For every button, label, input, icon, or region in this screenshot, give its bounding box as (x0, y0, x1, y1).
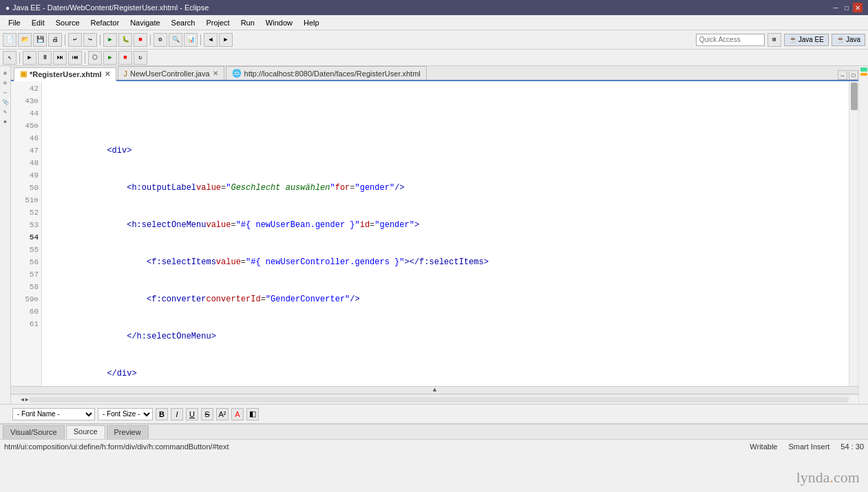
toolbar-btn-e[interactable]: ▶ (219, 33, 233, 47)
code-line-42 (47, 107, 849, 120)
sidebar-icon-5[interactable]: ✎ (1, 107, 10, 116)
status-position: 54 : 30 (840, 442, 864, 451)
italic-button[interactable]: I (171, 408, 183, 420)
editor-scrollbar-vertical[interactable] (849, 81, 858, 386)
line-num-44: 44 (11, 107, 39, 120)
menu-bar: File Edit Source Refactor Navigate Searc… (0, 15, 868, 30)
server-run-btn[interactable]: ▶ (103, 51, 117, 65)
toolbar-btn-d[interactable]: ◀ (204, 33, 218, 47)
text-color-button[interactable]: A (231, 408, 244, 420)
java-ee-perspective-button[interactable]: ☕ Java EE (784, 34, 829, 46)
quick-access-input[interactable] (696, 34, 765, 46)
pause-btn[interactable]: ⏸ (38, 51, 52, 65)
code-content[interactable]: <div> <h:outputLabel value="Geschlecht a… (42, 81, 849, 386)
menu-edit[interactable]: Edit (26, 17, 50, 28)
scroll-right-arrow[interactable]: ▶ (25, 396, 29, 403)
btab-visual-source[interactable]: Visual/Source (3, 425, 65, 439)
menu-window[interactable]: Window (260, 17, 298, 28)
server-stop-btn[interactable]: ■ (118, 51, 132, 65)
editor-minimize-btn[interactable]: — (838, 70, 847, 80)
line-num-54: 54 (11, 231, 39, 244)
perspective-list-button[interactable]: ⊞ (768, 33, 781, 47)
strikethrough-button[interactable]: S (201, 408, 213, 420)
code-line-48: </h:selectOneMenu> (47, 330, 849, 343)
menu-file[interactable]: File (3, 17, 26, 28)
toolbar-btn-b[interactable]: 🔍 (169, 33, 182, 47)
server-restart-btn[interactable]: ↻ (134, 51, 147, 65)
run-button[interactable]: ▶ (103, 33, 117, 47)
java-icon: ☕ (836, 36, 845, 43)
scroll-left-arrow[interactable]: ◀ (21, 396, 24, 403)
undo-button[interactable]: ↩ (68, 33, 82, 47)
maximize-button[interactable]: □ (842, 3, 851, 12)
open-button[interactable]: 📂 (18, 33, 32, 47)
menu-search[interactable]: Search (166, 17, 201, 28)
h-scroll-track[interactable] (29, 397, 849, 403)
tab-new-user-controller[interactable]: J NewUserController.java ✕ (118, 66, 224, 80)
status-path: html/ui:composition/ui:define/h:form/div… (4, 442, 750, 451)
status-right: Writable Smart Insert 54 : 30 (750, 442, 864, 451)
scroll-thumb[interactable] (851, 83, 858, 110)
line-num-53: 53 (11, 219, 39, 231)
toolbar-sep-4 (200, 34, 201, 45)
debug-button[interactable]: 🐛 (118, 33, 132, 47)
new-button[interactable]: 📄 (3, 33, 17, 47)
line-num-60: 60 (11, 306, 39, 318)
font-name-select[interactable]: - Font Name - (12, 408, 95, 420)
menu-help[interactable]: Help (298, 17, 325, 28)
code-line-45: <h:selectOneMenu value="#{ newUserBean.g… (47, 219, 849, 231)
line-num-56: 56 (11, 256, 39, 268)
editor-scrollbar-horizontal[interactable]: ◀ ▶ (11, 394, 858, 404)
toolbar-btn-a[interactable]: ⚙ (154, 33, 167, 47)
menu-refactor[interactable]: Refactor (85, 17, 125, 28)
close-button[interactable]: ✕ (853, 3, 862, 12)
java-ee-icon: ☕ (789, 36, 797, 43)
btab-source[interactable]: Source (66, 425, 105, 439)
menu-project[interactable]: Project (200, 17, 235, 28)
java-perspective-button[interactable]: ☕ Java (832, 34, 865, 46)
collapse-bar[interactable]: ▲ (11, 386, 858, 394)
line-num-50: 50 (11, 182, 39, 194)
status-insert-mode: Smart Insert (788, 442, 829, 451)
cursor-tool[interactable]: ↖ (3, 51, 17, 65)
step-btn[interactable]: ⏭ (53, 51, 67, 65)
title-bar-left: ● Java EE - Daten/WebContent/RegisterUse… (6, 3, 209, 12)
menu-navigate[interactable]: Navigate (125, 17, 165, 28)
sidebar-icon-2[interactable]: ⊖ (1, 78, 10, 87)
sidebar-icon-1[interactable]: ⊕ (1, 69, 10, 77)
code-line-46: <f:selectItems value="#{ newUserControll… (47, 256, 849, 268)
underline-button[interactable]: U (186, 408, 198, 420)
line-num-57: 57 (11, 268, 39, 281)
back-btn[interactable]: ⏮ (68, 51, 82, 65)
tab-icon-xhtml: ▣ (20, 69, 27, 78)
server-btn[interactable]: ⬡ (88, 51, 102, 65)
menu-run[interactable]: Run (235, 17, 260, 28)
editor-maximize-btn[interactable]: □ (849, 70, 858, 80)
tab-close-register-user[interactable]: ✕ (105, 70, 110, 78)
print-button[interactable]: 🖨 (48, 33, 62, 47)
tab-register-user[interactable]: ▣ *RegisterUser.xhtml ✕ (14, 67, 116, 81)
tab-close-new-user-controller[interactable]: ✕ (213, 69, 218, 77)
redo-button[interactable]: ↪ (83, 33, 97, 47)
toolbar2-sep-2 (85, 52, 85, 63)
superscript-button[interactable]: A² (216, 408, 229, 420)
sidebar-icon-6[interactable]: ◈ (1, 117, 10, 125)
play-btn[interactable]: ▶ (23, 51, 36, 65)
highlight-button[interactable]: ◧ (246, 408, 259, 420)
sidebar-icon-4[interactable]: 📎 (1, 98, 10, 106)
toolbar-sep-2 (100, 34, 100, 45)
stop-button[interactable]: ■ (134, 33, 147, 47)
btab-preview[interactable]: Preview (107, 425, 149, 439)
minimize-button[interactable]: ─ (831, 3, 840, 12)
save-button[interactable]: 💾 (33, 33, 47, 47)
tab-browser[interactable]: 🌐 http://localhost:8080/Daten/faces/Regi… (226, 66, 427, 80)
font-size-select[interactable]: - Font Size - (98, 408, 153, 420)
menu-source[interactable]: Source (50, 17, 85, 28)
toolbar-btn-c[interactable]: 📊 (184, 33, 198, 47)
line-num-43: 43⊖ (11, 95, 39, 107)
left-sidebar: ⊕ ⊖ ↔ 📎 ✎ ◈ (0, 66, 11, 404)
sidebar-icon-3[interactable]: ↔ (1, 88, 10, 96)
bold-button[interactable]: B (156, 408, 168, 420)
overview-ruler (858, 66, 868, 404)
title-bar-controls: ─ □ ✕ (831, 3, 862, 12)
